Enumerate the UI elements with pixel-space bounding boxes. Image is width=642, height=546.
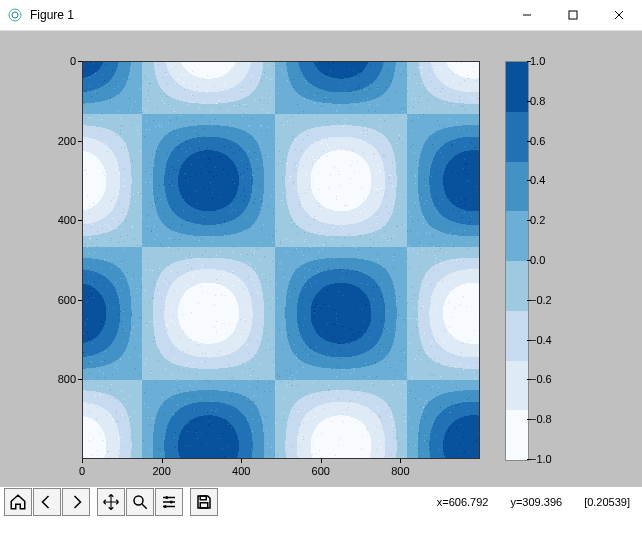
svg-point-0	[9, 9, 21, 21]
colorbar	[505, 61, 529, 461]
maximize-button[interactable]	[550, 0, 596, 30]
colorbar-tick-label: 1.0	[530, 55, 545, 67]
forward-button[interactable]	[62, 488, 90, 516]
svg-point-6	[134, 496, 143, 505]
svg-point-11	[165, 496, 168, 499]
heatmap-image	[82, 61, 480, 459]
colorbar-tick-label: 0.0	[530, 254, 545, 266]
colorbar-tick-label: −0.8	[530, 413, 552, 425]
svg-rect-15	[200, 503, 208, 508]
y-tick-label: 600	[58, 294, 76, 306]
x-tick-label: 600	[312, 465, 330, 477]
window-titlebar: Figure 1	[0, 0, 642, 31]
x-tick-label: 0	[79, 465, 85, 477]
cursor-y: y=309.396	[510, 496, 562, 508]
figure-canvas[interactable]: 0200400600800 0200400600800 −1.0−0.8−0.6…	[0, 31, 642, 517]
colorbar-tick-label: −0.6	[530, 373, 552, 385]
cursor-z: [0.20539]	[584, 496, 630, 508]
app-icon	[7, 7, 23, 23]
minimize-button[interactable]	[504, 0, 550, 30]
plot-axes[interactable]	[82, 61, 480, 459]
navigation-toolbar: x=606.792 y=309.396 [0.20539]	[0, 487, 642, 517]
y-tick-label: 0	[70, 55, 76, 67]
colorbar-tick-label: 0.6	[530, 135, 545, 147]
status-readout: x=606.792 y=309.396 [0.20539]	[437, 496, 638, 508]
configure-subplots-button[interactable]	[155, 488, 183, 516]
y-tick-label: 400	[58, 214, 76, 226]
x-tick-label: 800	[391, 465, 409, 477]
window-title: Figure 1	[30, 8, 504, 22]
back-button[interactable]	[33, 488, 61, 516]
colorbar-tick-label: 0.2	[530, 214, 545, 226]
close-button[interactable]	[596, 0, 642, 30]
svg-point-13	[164, 505, 167, 508]
svg-line-7	[142, 504, 147, 509]
y-tick-label: 200	[58, 135, 76, 147]
cursor-x: x=606.792	[437, 496, 489, 508]
y-tick-label: 800	[58, 373, 76, 385]
zoom-button[interactable]	[126, 488, 154, 516]
svg-point-12	[170, 501, 173, 504]
x-tick-label: 400	[232, 465, 250, 477]
save-button[interactable]	[190, 488, 218, 516]
x-tick-label: 200	[152, 465, 170, 477]
pan-button[interactable]	[97, 488, 125, 516]
colorbar-tick-label: 0.4	[530, 174, 545, 186]
colorbar-tick-label: −0.4	[530, 334, 552, 346]
svg-point-1	[12, 12, 18, 18]
colorbar-tick-label: −0.2	[530, 294, 552, 306]
home-button[interactable]	[4, 488, 32, 516]
colorbar-tick-label: 0.8	[530, 95, 545, 107]
svg-rect-14	[200, 496, 206, 500]
colorbar-tick-label: −1.0	[530, 453, 552, 465]
svg-rect-3	[569, 11, 577, 19]
